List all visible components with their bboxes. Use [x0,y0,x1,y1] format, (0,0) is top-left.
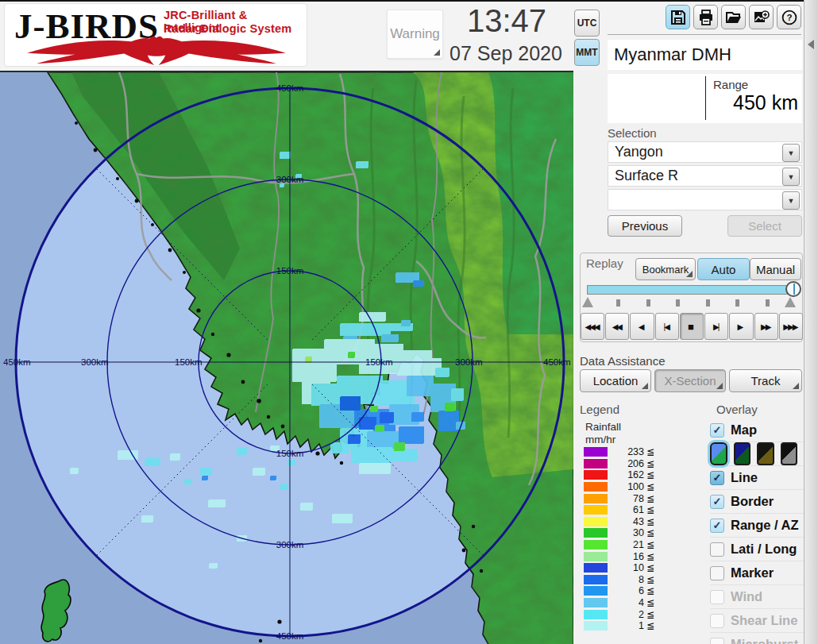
line-checkbox[interactable]: ✓ [710,471,724,485]
marker-checkbox[interactable] [710,566,724,580]
site-dropdown[interactable]: Yangon ▼ [608,141,802,163]
play-reverse-button[interactable]: ◀ [630,313,654,340]
legend-value: 162 [608,469,644,480]
radar-map[interactable]: 450km300km150km150km300km450km450km300km… [0,71,573,644]
legend-color-swatch [584,528,608,538]
legend-lte-symbol: ≦ [646,481,654,492]
legend-value: 1 [608,620,644,631]
slider-tick [766,299,770,307]
map-style-1-selected[interactable] [710,442,727,465]
slider-tick [676,299,680,307]
legend-lte-symbol: ≦ [646,504,654,515]
legend-row: 162≦ [584,469,671,481]
lati-long-checkbox[interactable] [710,542,724,557]
auto-button[interactable]: Auto [697,258,750,280]
overlay-item-label: Range / AZ [731,518,799,533]
play-button[interactable]: ▶ [729,313,753,340]
previous-button[interactable]: Previous [608,215,682,237]
legend-row: 16≦ [584,550,671,562]
svg-text:300km: 300km [276,540,304,550]
legend-row: 233≦ [584,446,671,458]
legend-value: 100 [608,481,644,492]
bookmark-button[interactable]: Bookmark [635,258,696,280]
border-checkbox[interactable]: ✓ [710,495,724,509]
x-section-button[interactable]: X-Section [654,369,726,392]
legend-color-swatch [584,598,608,607]
legend-lte-symbol: ≦ [646,620,654,631]
step-forward-button[interactable]: ▶| [704,313,728,340]
legend-color-swatch [584,447,608,457]
overlay-item-label: Shear Line [731,613,797,628]
overlay-item-label: Wind [731,589,762,604]
extra-dropdown[interactable]: ▼ [608,189,802,210]
legend-value: 16 [608,551,644,562]
svg-text:150km: 150km [175,357,203,367]
range-az-checkbox[interactable]: ✓ [710,519,724,533]
slider-tick [706,299,710,307]
utc-button[interactable]: UTC [574,10,600,37]
warning-button[interactable]: Warning [387,10,443,59]
replay-slider-handle[interactable] [785,281,801,297]
panel-collapse-strip[interactable] [804,0,818,644]
map-style-2[interactable] [734,442,751,465]
legend-row: 100≦ [584,481,671,493]
slider-end-marker[interactable] [785,297,796,307]
stop-button[interactable]: ■ [680,313,704,340]
help-button[interactable]: ? [777,5,801,29]
overlay-item-line: ✓Line [710,465,804,489]
chevron-down-icon[interactable]: ▼ [782,191,800,210]
replay-slider-track[interactable] [587,285,795,295]
previous-label: Previous [622,219,668,233]
eagle-logo-icon [11,36,302,66]
shear-line-checkbox [710,614,724,628]
product-dropdown-value: Surface R [615,168,678,184]
jbirds-window: J-BIRDS JRC-Brilliant & Intelligent Rada… [0,0,818,644]
select-button[interactable]: Select [727,215,802,237]
mmt-button[interactable]: MMT [574,39,600,66]
product-dropdown[interactable]: Surface R ▼ [608,165,802,187]
legend-color-swatch [584,563,608,573]
map-checkbox[interactable]: ✓ [710,423,724,438]
legend-color-swatch [584,552,608,561]
select-label: Select [748,219,781,233]
manual-button[interactable]: Manual [750,258,801,280]
chevron-down-icon[interactable]: ▼ [782,144,800,162]
print-button[interactable] [693,5,718,29]
legend-color-swatch [584,505,608,515]
rewind-button[interactable]: ◀◀ [605,313,629,340]
overlay-item-map: ✓Map [710,418,804,442]
forward-button[interactable]: ▶▶ [754,313,778,340]
overlay-item-label: Lati / Long [731,542,797,557]
legend-value: 43 [608,516,644,527]
step-back-button[interactable]: |◀ [655,313,679,340]
legend-row: 1≦ [584,620,671,632]
help-icon: ? [781,10,797,25]
overlay-item-border: ✓Border [710,489,804,513]
overlay-list: ✓Map✓Line✓Border✓Range / AZLati / LongMa… [710,418,804,644]
legend-lte-symbol: ≦ [646,446,654,457]
open-folder-button[interactable] [721,5,746,29]
location-button[interactable]: Location [580,369,651,392]
legend-value: 78 [608,493,644,504]
svg-text:300km: 300km [81,357,109,367]
legend-row: 8≦ [584,574,671,586]
save-button[interactable] [666,5,690,29]
jbirds-logo: J-BIRDS JRC-Brilliant & Intelligent Rada… [4,3,307,67]
mmt-label: MMT [576,47,597,58]
chevron-down-icon[interactable]: ▼ [782,168,800,186]
bookmark-label: Bookmark [642,264,689,276]
slider-start-marker[interactable] [582,297,593,307]
legend-lte-symbol: ≦ [646,562,654,573]
svg-text:150km: 150km [276,449,304,458]
wind-checkbox [710,590,724,604]
legend-lte-symbol: ≦ [646,516,654,527]
forward-fast-button[interactable]: ▶▶▶ [779,313,803,340]
manual-label: Manual [756,263,795,276]
station-name: Myanmar DMH [608,44,731,65]
add-image-button[interactable] [749,5,774,29]
rewind-fast-button[interactable]: ◀◀◀ [581,313,604,340]
map-style-3[interactable] [757,442,774,465]
map-style-4[interactable] [781,442,798,465]
legend-value: 6 [608,585,644,596]
track-button[interactable]: Track [729,369,802,392]
